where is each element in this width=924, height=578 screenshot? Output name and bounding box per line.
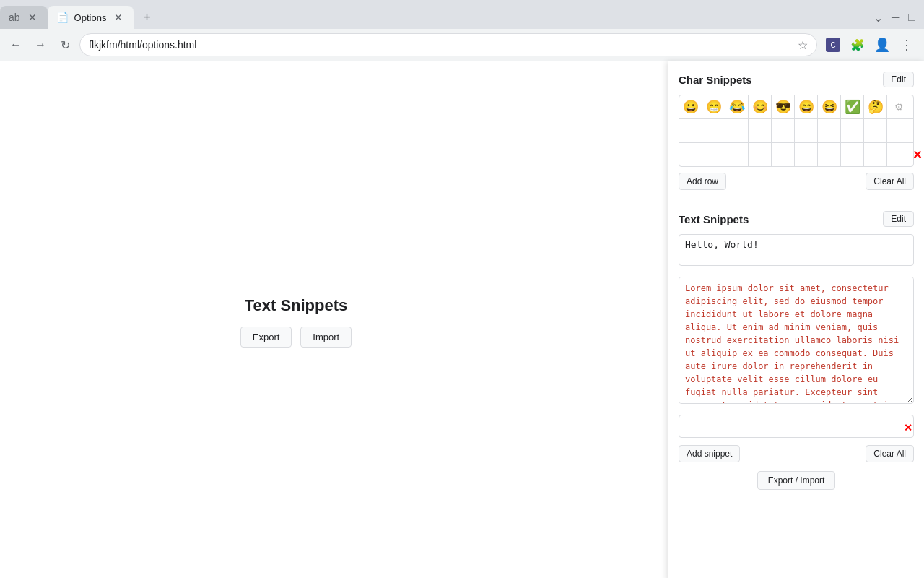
address-box[interactable]: flkjkfm/html/options.html ☆ xyxy=(79,33,817,56)
tab-active-label: Options xyxy=(74,12,107,23)
extensions-download-icon[interactable]: C xyxy=(821,33,845,56)
tab-bar: ab ✕ 📄 Options ✕ + ⌄ ─ □ xyxy=(0,0,924,29)
add-row-button[interactable]: Add row xyxy=(679,173,726,190)
text-actions: Add snippet Clear All xyxy=(679,445,914,462)
profile-icon-button[interactable]: 👤 xyxy=(871,33,894,56)
address-bar-row: ← → ↻ flkjkfm/html/options.html ☆ C 🧩 👤 … xyxy=(0,29,924,61)
maximize-icon[interactable]: □ xyxy=(905,8,918,27)
emoji-cell-2-7[interactable] xyxy=(818,119,841,142)
tab-active[interactable]: 📄 Options ✕ xyxy=(48,6,134,29)
emoji-cell-2-1[interactable] xyxy=(679,119,702,142)
emoji-cell-1-6[interactable]: 😄 xyxy=(795,95,818,118)
text-clear-all-button[interactable]: Clear All xyxy=(866,445,914,462)
export-import-button[interactable]: Export / Import xyxy=(757,471,836,490)
emoji-cell-2-5[interactable] xyxy=(772,119,795,142)
page-content: Text Snippets Export Import xyxy=(0,61,592,578)
emoji-cell-1-5[interactable]: 😎 xyxy=(772,95,795,118)
tab-search-icon[interactable]: ⌄ xyxy=(871,8,886,27)
tab-inactive[interactable]: ab ✕ xyxy=(0,6,48,29)
emoji-cell-3-7[interactable] xyxy=(818,143,841,166)
menu-icon: ⋮ xyxy=(900,37,913,53)
char-snippets-edit-button[interactable]: Edit xyxy=(883,72,914,87)
section-divider xyxy=(679,202,914,202)
emoji-row-2 xyxy=(679,119,913,143)
char-snippets-title: Char Snippets xyxy=(679,74,752,86)
text-snippets-title: Text Snippets xyxy=(679,213,749,225)
char-snippets-header: Char Snippets Edit xyxy=(679,72,914,87)
export-button[interactable]: Export xyxy=(240,327,292,348)
btn-row: Export Import xyxy=(240,327,352,348)
tab-extras: ⌄ ─ □ xyxy=(871,8,924,27)
emoji-cell-2-6[interactable] xyxy=(795,119,818,142)
emoji-cell-3-1[interactable] xyxy=(679,143,702,166)
bookmark-icon[interactable]: ☆ xyxy=(798,38,808,52)
emoji-cell-2-3[interactable] xyxy=(725,119,749,142)
emoji-cell-3-6[interactable] xyxy=(795,143,818,166)
menu-button[interactable]: ⋮ xyxy=(895,33,918,56)
url-text: flkjkfm/html/options.html xyxy=(89,39,793,51)
snippet-1-input[interactable]: Hello, World! xyxy=(679,234,914,266)
emoji-cell-1-1[interactable]: 😀 xyxy=(679,95,702,118)
tab-inactive-close[interactable]: ✕ xyxy=(26,11,39,24)
emoji-cell-1-3[interactable]: 😂 xyxy=(725,95,749,118)
emoji-row-1: 😀 😁 😂 😊 😎 😄 😆 ✅ 🤔 ⚙ xyxy=(679,95,913,119)
emoji-cell-1-8[interactable]: ✅ xyxy=(841,95,864,118)
emoji-cell-1-10[interactable]: ⚙ xyxy=(887,95,910,118)
reload-button[interactable]: ↻ xyxy=(55,35,75,55)
emoji-cell-2-8[interactable] xyxy=(841,119,864,142)
text-snippets-edit-button[interactable]: Edit xyxy=(883,211,914,227)
snippet-input-row-3: ✕ xyxy=(679,415,914,441)
emoji-cell-1-4[interactable]: 😊 xyxy=(749,95,772,118)
browser-chrome: ab ✕ 📄 Options ✕ + ⌄ ─ □ ← → ↻ flkjkfm/h… xyxy=(0,0,924,61)
char-clear-all-button[interactable]: Clear All xyxy=(866,173,914,190)
emoji-cell-3-8[interactable] xyxy=(841,143,864,166)
text-snippets-header: Text Snippets Edit xyxy=(679,211,914,227)
tab-active-favicon: 📄 xyxy=(56,12,69,23)
emoji-cell-3-4[interactable] xyxy=(749,143,772,166)
puzzle-icon-button[interactable]: 🧩 xyxy=(846,33,869,56)
emoji-row-3-delete-icon[interactable]: ✕ xyxy=(912,148,922,162)
add-snippet-button[interactable]: Add snippet xyxy=(679,445,740,462)
text-snippets-section: Text Snippets Export Import xyxy=(240,296,352,348)
ext-icon: C xyxy=(826,38,840,52)
emoji-cell-2-10[interactable] xyxy=(887,119,910,142)
emoji-cell-1-9[interactable]: 🤔 xyxy=(864,95,887,118)
emoji-cell-2-2[interactable] xyxy=(702,119,725,142)
popup-panel: Char Snippets Edit 😀 😁 😂 😊 😎 😄 😆 ✅ 🤔 ⚙ xyxy=(668,61,924,578)
page-title: Text Snippets xyxy=(240,296,352,315)
back-button[interactable]: ← xyxy=(6,35,26,55)
puzzle-icon: 🧩 xyxy=(850,38,865,52)
emoji-grid: 😀 😁 😂 😊 😎 😄 😆 ✅ 🤔 ⚙ xyxy=(679,95,914,167)
emoji-cell-3-10[interactable] xyxy=(887,143,910,166)
char-actions: Add row Clear All xyxy=(679,173,914,190)
emoji-cell-2-9[interactable] xyxy=(864,119,887,142)
text-snippet-area-2: Lorem ipsum dolor sit amet, consectetur … xyxy=(679,277,914,409)
snippet-3-delete-icon[interactable]: ✕ xyxy=(904,422,912,434)
emoji-cell-1-7[interactable]: 😆 xyxy=(818,95,841,118)
emoji-cell-3-3[interactable] xyxy=(725,143,749,166)
export-import-container: Export / Import xyxy=(679,471,914,490)
profile-icon: 👤 xyxy=(874,37,890,53)
minimize-icon[interactable]: ─ xyxy=(889,8,902,27)
toolbar-icons: C 🧩 👤 ⋮ xyxy=(821,33,918,56)
text-snippet-area-1: Hello, World! xyxy=(679,234,914,271)
forward-button[interactable]: → xyxy=(30,35,51,55)
emoji-row-3: ✕ xyxy=(679,143,913,166)
main-content: Text Snippets Export Import Char Snippet… xyxy=(0,61,924,578)
tab-active-close[interactable]: ✕ xyxy=(112,11,125,24)
emoji-cell-2-4[interactable] xyxy=(749,119,772,142)
emoji-cell-3-2[interactable] xyxy=(702,143,725,166)
snippet-3-input[interactable] xyxy=(679,415,914,438)
import-button[interactable]: Import xyxy=(300,327,352,348)
emoji-cell-1-2[interactable]: 😁 xyxy=(702,95,725,118)
new-tab-button[interactable]: + xyxy=(136,7,157,27)
emoji-cell-3-9[interactable] xyxy=(864,143,887,166)
snippet-2-textarea[interactable]: Lorem ipsum dolor sit amet, consectetur … xyxy=(679,277,914,404)
tab-inactive-favicon: ab xyxy=(9,12,20,23)
emoji-cell-3-5[interactable] xyxy=(772,143,795,166)
